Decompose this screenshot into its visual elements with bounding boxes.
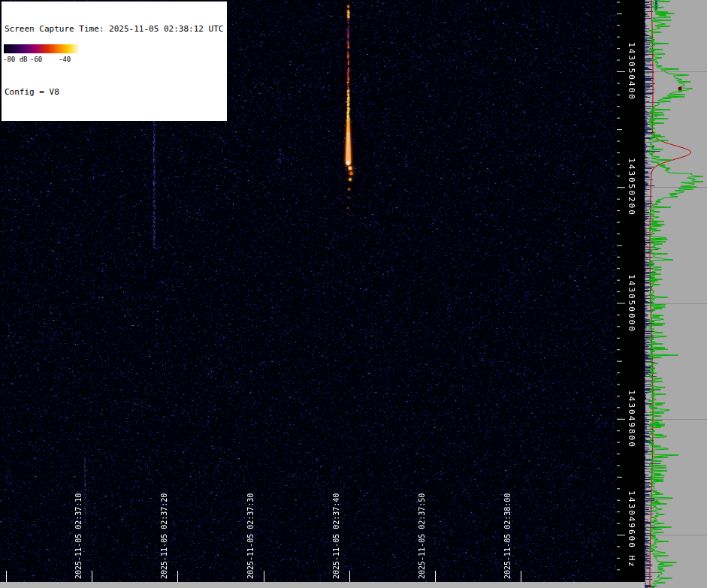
time-label: 2025-11-05 02:37:50 — [418, 493, 427, 579]
freq-label: 143050000 — [627, 274, 636, 333]
capture-time-text: Screen Capture Time: 2025-11-05 02:38:12… — [5, 24, 223, 35]
freq-label: 143049800 — [627, 390, 636, 448]
time-label: 2025-11-05 02:37:10 — [74, 493, 83, 579]
spectrum-capture-screen: Screen Capture Time: 2025-11-05 02:38:12… — [0, 0, 707, 588]
time-label: 2025-11-05 02:37:40 — [332, 493, 341, 579]
time-label: 2025-11-05 02:37:30 — [246, 493, 255, 579]
color-scale-legend: -80 dB -60 -40 — [2, 42, 83, 67]
freq-label: 143049600 Hz — [627, 490, 636, 568]
colorbar-max-label: -40 — [59, 56, 71, 63]
config-text: Config = V8 — [5, 87, 223, 98]
freq-label: 143050200 — [627, 158, 636, 216]
time-label: 2025-11-05 02:37:20 — [160, 493, 169, 579]
freq-label: 143050400 — [627, 42, 636, 101]
time-label: 2025-11-05 02:38:00 — [503, 493, 512, 579]
colorbar-min-label: -80 dB — [3, 56, 28, 63]
colorbar-mid-label: -60 — [30, 56, 42, 63]
color-gradient-bar — [4, 44, 80, 53]
